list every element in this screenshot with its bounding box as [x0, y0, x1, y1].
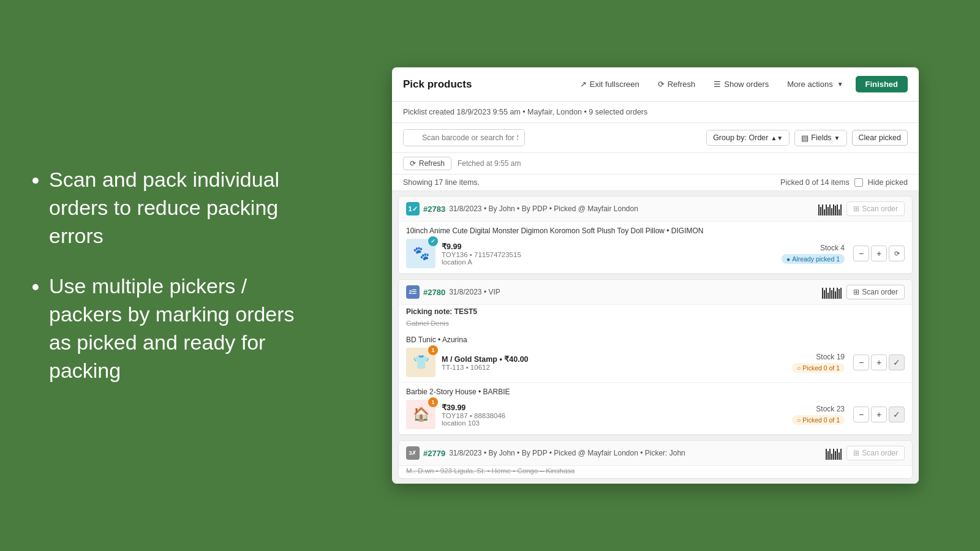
product-details-2-2: 🏠 1 ₹39.99 TOY187 • 88838046 location 10…: [406, 400, 905, 429]
picked-count: Picked 0 of 14 items: [780, 178, 850, 187]
product-row-2-2: Barbie 2-Story House • BARBIE 🏠 1 ₹39.99…: [399, 383, 912, 435]
hide-picked-label: Hide picked: [868, 178, 908, 187]
refresh-bar-button[interactable]: ⟳ Refresh: [403, 157, 451, 170]
product-actions-1-1: Stock 4 ● Already picked 1 − + ⟳: [782, 244, 905, 264]
product-details-1-1: 🐾 ✓ ₹9.99 TOY136 • 711574723515 location…: [406, 239, 905, 268]
thumb-badge-2-1: 1: [428, 345, 438, 355]
refresh-icon-header: ⟳: [658, 80, 665, 89]
order-header-1: 1✓ #2783 31/8/2023 • By John • By PDP • …: [399, 197, 912, 222]
qty-minus-2-1[interactable]: −: [853, 354, 869, 370]
qty-controls-1-1: − + ⟳: [853, 246, 905, 261]
qty-refresh-1-1[interactable]: ⟳: [889, 246, 905, 261]
order-block-1: 1✓ #2783 31/8/2023 • By John • By PDP • …: [398, 196, 913, 274]
order-id-3: #2779: [423, 449, 445, 458]
stats-right: Picked 0 of 14 items Hide picked: [780, 178, 908, 187]
stats-bar: Showing 17 line items. Picked 0 of 14 it…: [392, 174, 919, 191]
fetched-status: Fetched at 9:55 am: [458, 159, 521, 168]
product-sku-2-2: TOY187 • 88838046: [442, 412, 786, 419]
right-panel: Pick products ↗ Exit fullscreen ⟳ Refres…: [331, 0, 980, 551]
picked-badge-2-2: ○ Picked 0 of 1: [792, 415, 845, 425]
bullet-item-2: Use multiple pickers / packers by markin…: [49, 272, 300, 385]
product-thumb-1-1: 🐾 ✓: [406, 239, 435, 268]
qty-check-2-1[interactable]: ✓: [889, 354, 905, 370]
chevron-down-icon: ▼: [837, 81, 843, 88]
main-window: Pick products ↗ Exit fullscreen ⟳ Refres…: [392, 67, 919, 484]
order-meta-3: 31/8/2023 • By John • By PDP • Picked @ …: [449, 449, 685, 457]
scan-order-button-1[interactable]: ⊞ Scan order: [846, 201, 905, 216]
customer-name-2: Gabriel Denis: [399, 318, 912, 331]
product-title-2-2: Barbie 2-Story House • BARBIE: [406, 388, 905, 396]
product-actions-2-2: Stock 23 ○ Picked 0 of 1 − + ✓: [792, 405, 905, 425]
fields-button[interactable]: ▤ Fields ▼: [794, 130, 846, 146]
barcode-icon-2: [822, 285, 842, 299]
order-badge-2: 2☰: [406, 285, 420, 299]
product-info-2-1: M / Gold Stamp • ₹40.00 TT-113 • 10612: [442, 354, 786, 371]
thumb-badge-2-2: 1: [428, 397, 438, 407]
qty-controls-2-2: − + ✓: [853, 407, 905, 422]
scan-order-button-2[interactable]: ⊞ Scan order: [846, 285, 905, 299]
show-orders-button[interactable]: ☰ Show orders: [707, 77, 775, 92]
finished-button[interactable]: Finished: [856, 76, 908, 92]
list-icon: ☰: [714, 80, 721, 89]
product-location-2-2: location 103: [442, 419, 786, 427]
qty-minus-1-1[interactable]: −: [853, 246, 869, 261]
stock-info-2-1: Stock 19 ○ Picked 0 of 1: [792, 353, 845, 373]
product-info-1-1: ₹9.99 TOY136 • 711574723515 location A: [442, 242, 775, 266]
qty-minus-2-2[interactable]: −: [853, 407, 869, 422]
showing-count: Showing 17 line items.: [403, 178, 480, 187]
scan-order-button-3[interactable]: ⊞ Scan order: [846, 446, 905, 460]
order-badge-1: 1✓: [406, 202, 420, 216]
barcode-icon-3: [826, 446, 842, 460]
refresh-bar: ⟳ Refresh Fetched at 9:55 am: [392, 153, 919, 174]
qty-controls-2-1: − + ✓: [853, 354, 905, 370]
fields-icon: ▤: [801, 133, 809, 143]
product-title-2-1: BD Tunic • Azurina: [406, 335, 905, 344]
chevron-down-icon-groupby: ▲▼: [771, 135, 783, 141]
stock-info-1-1: Stock 4 ● Already picked 1: [782, 244, 845, 264]
order-id-2: #2780: [423, 288, 445, 297]
picked-badge-2-1: ○ Picked 0 of 1: [792, 363, 845, 373]
page-title: Pick products: [403, 78, 568, 91]
chevron-down-icon-fields: ▼: [834, 135, 840, 141]
product-row-1-1: 10inch Anime Cute Digital Monster Digimo…: [399, 222, 912, 274]
product-price-2-2: ₹39.99: [442, 403, 786, 412]
clear-picked-button[interactable]: Clear picked: [852, 130, 908, 146]
controls-bar: 🔍 Group by: Order ▲▼ ▤ Fields ▼ Clear pi…: [392, 123, 919, 153]
qty-plus-2-1[interactable]: +: [871, 354, 887, 370]
window-header: Pick products ↗ Exit fullscreen ⟳ Refres…: [392, 67, 919, 102]
exit-fullscreen-button[interactable]: ↗ Exit fullscreen: [574, 77, 646, 92]
product-title-1-1: 10inch Anime Cute Digital Monster Digimo…: [406, 227, 905, 235]
qty-check-2-2[interactable]: ✓: [889, 407, 905, 422]
order-meta-2: 31/8/2023 • VIP: [449, 288, 500, 296]
qty-plus-2-2[interactable]: +: [871, 407, 887, 422]
order-header-left-2: 2☰ #2780 31/8/2023 • VIP: [406, 285, 500, 299]
orders-list: 1✓ #2783 31/8/2023 • By John • By PDP • …: [392, 191, 919, 484]
qty-plus-1-1[interactable]: +: [871, 246, 887, 261]
product-price-1-1: ₹9.99: [442, 242, 775, 251]
refresh-button-header[interactable]: ⟳ Refresh: [652, 77, 702, 92]
order-header-left-1: 1✓ #2783 31/8/2023 • By John • By PDP • …: [406, 202, 638, 216]
order-block-3: 3✗ #2779 31/8/2023 • By John • By PDP • …: [398, 440, 913, 479]
order-block-2: 2☰ #2780 31/8/2023 • VIP ⊞ Scan order: [398, 279, 913, 435]
left-panel: Scan and pack individual orders to reduc…: [0, 0, 331, 551]
bullet-list: Scan and pack individual orders to reduc…: [31, 166, 300, 384]
order-header-left-3: 3✗ #2779 31/8/2023 • By John • By PDP • …: [406, 446, 685, 460]
barcode-icon-1: [818, 202, 842, 216]
product-row-2-1: BD Tunic • Azurina 👕 1 M / Gold Stamp • …: [399, 331, 912, 383]
refresh-small-icon: ⟳: [410, 159, 416, 168]
product-thumb-2-2: 🏠 1: [406, 400, 435, 429]
order-header-right-1: ⊞ Scan order: [818, 201, 905, 216]
order-header-right-3: ⊞ Scan order: [826, 446, 905, 460]
product-details-2-1: 👕 1 M / Gold Stamp • ₹40.00 TT-113 • 106…: [406, 348, 905, 377]
customer-info-3: M.. D.wn • 923 Ligula. St. • Herne • Con…: [399, 466, 912, 478]
search-input[interactable]: [403, 129, 525, 146]
more-actions-button[interactable]: More actions ▼: [781, 77, 849, 92]
group-by-button[interactable]: Group by: Order ▲▼: [706, 130, 790, 146]
stock-info-2-2: Stock 23 ○ Picked 0 of 1: [792, 405, 845, 425]
hide-picked-checkbox[interactable]: [854, 178, 863, 187]
product-info-2-2: ₹39.99 TOY187 • 88838046 location 103: [442, 403, 786, 427]
order-header-2: 2☰ #2780 31/8/2023 • VIP ⊞ Scan order: [399, 280, 912, 305]
order-header-3: 3✗ #2779 31/8/2023 • By John • By PDP • …: [399, 441, 912, 466]
product-actions-2-1: Stock 19 ○ Picked 0 of 1 − + ✓: [792, 353, 905, 373]
exit-fullscreen-icon: ↗: [580, 80, 587, 89]
